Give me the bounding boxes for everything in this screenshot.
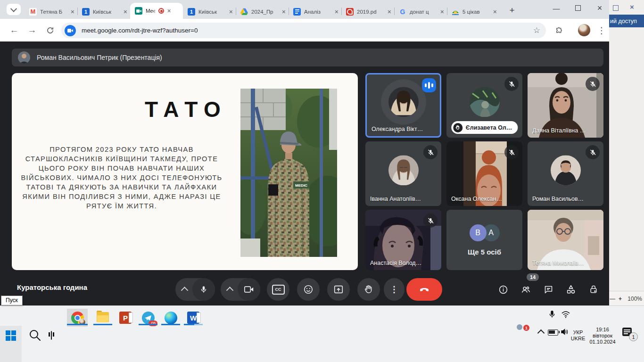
address-bar[interactable]: meet.google.com/rdt-jtre-wzf?authuser=0 … [61,23,546,38]
profile-avatar[interactable] [578,24,590,36]
camera-options-chevron-icon[interactable] [226,287,234,294]
language-indicator[interactable]: УКР UKRE [569,329,587,342]
close-tab-icon[interactable]: × [388,8,391,15]
url-text: meet.google.com/rdt-jtre-wzf?authuser=0 [82,27,198,34]
back-button[interactable]: ← [8,24,21,37]
camera-button[interactable] [238,278,260,301]
chat-button[interactable] [543,284,554,295]
tab-calendar-1[interactable]: 1 Київськ × [77,4,130,19]
present-screen-button[interactable] [327,278,350,301]
meet-site-icon [65,25,76,36]
recording-indicator-icon [158,8,164,14]
end-call-button[interactable] [406,278,442,301]
participant-name: Тетяна Миколаїв… [532,260,584,266]
participant-tile[interactable]: Роман Васильов… [528,141,603,206]
participant-avatar [470,87,500,117]
close-tab-icon[interactable]: × [229,8,233,15]
host-controls-button[interactable] [588,284,599,295]
people-icon [520,285,531,295]
mic-muted-icon [504,145,519,159]
close-browser-button[interactable]: × [590,0,609,16]
overflow-participants-tile[interactable]: B A Ще 5 осіб [446,210,522,270]
minimize-window-button[interactable]: — [547,0,566,16]
restore-window-icon[interactable] [613,5,619,11]
browser-menu-button[interactable]: ⋮ [595,24,608,37]
close-tab-icon[interactable]: × [493,8,497,15]
forward-button[interactable]: → [25,24,39,37]
camera-control[interactable] [221,278,260,301]
close-tab-icon[interactable]: × [71,8,74,15]
participant-tile[interactable]: Іванна Анатоліїв… [365,141,441,206]
taskbar-clock[interactable]: 19:16 вівторок 01.10.2024 [586,327,619,345]
mic-control[interactable] [175,278,215,301]
clock-time: 19:16 [586,327,619,333]
tab-meet-active[interactable]: Mee × [130,3,183,19]
mic-button[interactable] [192,278,215,301]
close-window-icon[interactable]: × [630,3,634,11]
mic-options-chevron-icon[interactable] [181,287,189,294]
tray-network-icon[interactable] [561,311,570,320]
tab-pdf[interactable]: 2019.pd × [341,4,394,19]
tab-article[interactable]: 5 цікав × [447,4,500,19]
participant-tile[interactable]: Єлизавета Ол… [446,73,522,138]
participant-tile[interactable]: Тетяна Миколаїв… [528,210,603,270]
extensions-icon[interactable] [553,25,566,38]
tab-google-search[interactable]: G донат ц × [394,4,447,19]
tab-title: 2019.pd [357,9,386,15]
close-tab-icon[interactable]: × [282,8,286,15]
close-tab-icon[interactable]: × [335,8,339,15]
search-icon [28,329,41,342]
reload-button[interactable] [43,24,57,37]
meet-icon [135,7,142,15]
tab-title: Аналіз [304,9,333,15]
tab-calendar-2[interactable]: 1 Київськ × [183,4,236,19]
browser-toolbar: ← → meet.google.com/rdt-jtre-wzf?authuse… [0,19,609,41]
close-tab-icon[interactable]: × [124,8,127,15]
zoom-in-button[interactable]: + [619,296,622,302]
tray-mic-icon[interactable] [548,310,556,321]
zoom-out-button[interactable]: — [610,296,615,302]
task-view-button[interactable] [51,331,52,340]
chevron-down-icon [10,6,17,12]
show-participants-button[interactable] [520,284,531,295]
tab-gmail[interactable]: M Тетяна Б × [25,4,77,19]
more-options-button[interactable]: ⋮ [384,278,405,301]
battery-icon[interactable] [548,329,558,336]
taskbar-powerpoint-button[interactable]: P [115,309,136,327]
task-view-icon [51,331,52,340]
mic-muted-icon [504,77,519,91]
reactions-button[interactable] [297,278,320,301]
maximize-window-button[interactable] [569,0,587,16]
meeting-details-button[interactable] [497,284,509,295]
calendar-icon: 1 [188,8,195,16]
participant-tile[interactable]: Олександра Вікт… [365,73,441,138]
background-word-window[interactable]: × ий доступ — + 100% [609,0,644,305]
nature-icon [452,8,459,16]
tab-title: Тетяна Б [40,9,69,15]
captions-button[interactable]: CC [267,278,289,301]
zoom-level[interactable]: 100% [627,296,642,302]
start-button[interactable] [6,330,16,341]
bookmark-star-icon[interactable]: ☆ [533,25,540,35]
taskbar-search-button[interactable] [28,329,41,344]
tab-docs[interactable]: Аналіз × [289,4,341,19]
tab-search-button[interactable] [7,4,21,15]
share-button-fragment[interactable]: ий доступ [609,15,644,27]
tab-drive[interactable]: 2024_Пр × [236,4,289,19]
close-tab-icon[interactable]: × [440,8,444,15]
participant-tile[interactable]: Оксана Олексан… [446,141,522,206]
notification-count-badge: 1 [629,332,638,341]
tray-expand-chevron-icon[interactable] [538,330,544,336]
participant-tile[interactable]: Анастасія Волод… [365,210,441,270]
participant-tile[interactable]: Даяна Віталіївна … [528,73,603,138]
end-call-icon [419,284,430,295]
participant-avatar [388,87,419,117]
activities-button[interactable] [565,284,577,295]
new-tab-button[interactable]: + [505,4,519,17]
close-tab-icon[interactable]: × [167,8,171,14]
raised-hand-pill: Єлизавета Ол… [451,121,518,134]
raise-hand-button[interactable] [357,278,380,301]
edge-icon [165,312,177,324]
mic-muted-icon [423,214,438,228]
volume-icon[interactable] [560,328,569,338]
